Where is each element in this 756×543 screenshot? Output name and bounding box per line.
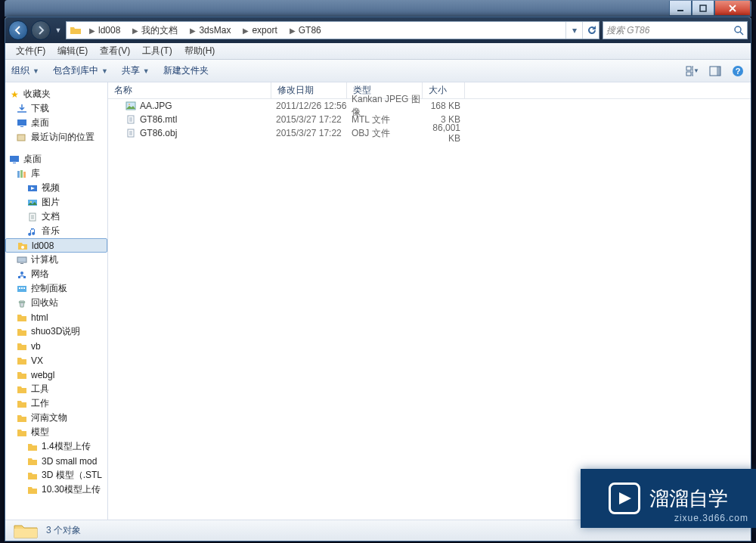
tb-new-folder[interactable]: 新建文件夹 bbox=[163, 64, 209, 77]
tree-item-模型[interactable]: 模型 bbox=[5, 425, 107, 439]
tree-music[interactable]: 音乐 bbox=[5, 224, 107, 238]
svg-rect-5 bbox=[686, 72, 691, 76]
history-dropdown[interactable]: ▼ bbox=[54, 23, 63, 38]
search-box[interactable]: 搜索 GT86 bbox=[603, 21, 748, 39]
tree-library[interactable]: 库 bbox=[5, 166, 107, 181]
tree-recent[interactable]: 最近访问的位置 bbox=[5, 130, 107, 144]
file-list[interactable]: AA.JPG2011/12/26 12:56Kankan JPEG 图像168 … bbox=[108, 99, 751, 140]
address-bar[interactable]: ▶ld008 ▶我的文档 ▶3dsMax ▶export ▶GT86 ▾ bbox=[66, 21, 600, 39]
tree-desktop[interactable]: 桌面 bbox=[5, 116, 107, 130]
document-icon bbox=[26, 212, 39, 222]
tb-organize[interactable]: 组织▼ bbox=[11, 64, 39, 77]
back-button[interactable] bbox=[8, 20, 28, 40]
folder-icon bbox=[70, 25, 82, 36]
crumb-3[interactable]: export bbox=[252, 25, 277, 36]
chevron-down-icon: ▼ bbox=[143, 67, 150, 75]
tree-item-计算机[interactable]: 计算机 bbox=[5, 253, 107, 267]
menu-edit[interactable]: 编辑(E) bbox=[51, 45, 94, 57]
search-icon[interactable] bbox=[733, 25, 744, 36]
tree-item-河南文物[interactable]: 河南文物 bbox=[5, 411, 107, 425]
tree-subitem-3D small mod[interactable]: 3D small mod bbox=[5, 454, 107, 468]
folder-icon bbox=[16, 399, 28, 409]
folder-icon bbox=[16, 327, 28, 337]
menu-tools[interactable]: 工具(T) bbox=[136, 45, 178, 57]
crumb-4[interactable]: GT86 bbox=[299, 25, 321, 36]
library-icon bbox=[16, 169, 28, 179]
refresh-button[interactable] bbox=[582, 22, 599, 39]
tree-item-shuo3D说明[interactable]: shuo3D说明 bbox=[5, 324, 107, 339]
computer-icon bbox=[16, 255, 28, 265]
preview-pane-button[interactable] bbox=[708, 64, 722, 78]
column-headers: 名称 修改日期 类型 大小 bbox=[108, 82, 751, 99]
tree-desktop-root[interactable]: 桌面 bbox=[5, 152, 107, 166]
tree-pictures[interactable]: 图片 bbox=[5, 195, 107, 209]
col-name[interactable]: 名称 bbox=[108, 82, 271, 98]
watermark: 溜溜自学 zixue.3d66.com bbox=[581, 469, 756, 528]
folder-icon bbox=[16, 370, 28, 380]
forward-button[interactable] bbox=[31, 20, 51, 40]
recycle-icon bbox=[16, 298, 28, 309]
col-size[interactable]: 大小 bbox=[423, 82, 465, 98]
file-row[interactable]: AA.JPG2011/12/26 12:56Kankan JPEG 图像168 … bbox=[108, 99, 751, 113]
folder-icon bbox=[26, 470, 39, 481]
tree-item-回收站[interactable]: 回收站 bbox=[5, 296, 107, 310]
svg-rect-14 bbox=[10, 156, 19, 162]
star-icon: ★ bbox=[8, 89, 20, 100]
tree-item-工具[interactable]: 工具 bbox=[5, 382, 107, 396]
menu-file[interactable]: 文件(F) bbox=[10, 45, 51, 57]
tree-subitem-10.30模型上传[interactable]: 10.30模型上传 bbox=[5, 482, 107, 497]
tree-documents[interactable]: 文档 bbox=[5, 209, 107, 224]
tree-item-html[interactable]: html bbox=[5, 310, 107, 324]
video-icon bbox=[26, 183, 39, 194]
tree-item-工作[interactable]: 工作 bbox=[5, 396, 107, 411]
folder-icon bbox=[16, 413, 28, 424]
tree-item-webgl[interactable]: webgl bbox=[5, 368, 107, 382]
tree-item-ld008[interactable]: ld008 bbox=[5, 238, 107, 253]
svg-rect-32 bbox=[23, 287, 25, 289]
explorer-window: ▼ ▶ld008 ▶我的文档 ▶3dsMax ▶export ▶GT86 ▾ 搜… bbox=[5, 17, 751, 541]
tree-downloads[interactable]: 下载 bbox=[5, 101, 107, 116]
svg-text:?: ? bbox=[736, 67, 741, 76]
svg-point-23 bbox=[21, 246, 24, 249]
file-date: 2015/3/27 17:22 bbox=[271, 114, 347, 125]
folder-icon bbox=[16, 341, 28, 352]
tree-subitem-1.4模型上传[interactable]: 1.4模型上传 bbox=[5, 439, 107, 454]
address-dropdown[interactable]: ▾ bbox=[565, 22, 582, 39]
menu-help[interactable]: 帮助(H) bbox=[178, 45, 222, 57]
svg-rect-17 bbox=[20, 170, 23, 178]
download-icon bbox=[16, 104, 28, 114]
tb-share[interactable]: 共享▼ bbox=[122, 64, 150, 77]
navigation-pane[interactable]: ★ 收藏夹 下载 桌面 最近访问的位置 bbox=[5, 82, 108, 520]
minimize-button[interactable] bbox=[669, 1, 692, 16]
close-button[interactable] bbox=[714, 1, 751, 16]
svg-point-26 bbox=[20, 272, 23, 275]
tree-item-vb[interactable]: vb bbox=[5, 339, 107, 353]
svg-rect-18 bbox=[23, 172, 26, 178]
view-options-button[interactable]: ▼ bbox=[686, 64, 699, 78]
tree-item-VX[interactable]: VX bbox=[5, 353, 107, 368]
crumb-0[interactable]: ld008 bbox=[98, 25, 120, 36]
svg-point-21 bbox=[30, 201, 32, 203]
window-titlebar bbox=[5, 0, 751, 17]
file-date: 2011/12/26 12:56 bbox=[271, 101, 347, 111]
tree-favorites-header[interactable]: ★ 收藏夹 bbox=[5, 87, 107, 101]
chevron-down-icon: ▼ bbox=[33, 67, 39, 75]
tree-subitem-3D 模型（.STL[interactable]: 3D 模型（.STL bbox=[5, 468, 107, 482]
tb-include-in-library[interactable]: 包含到库中▼ bbox=[53, 64, 108, 77]
help-button[interactable]: ? bbox=[731, 64, 745, 78]
col-date[interactable]: 修改日期 bbox=[271, 82, 347, 98]
svg-rect-13 bbox=[17, 135, 25, 141]
chevron-down-icon: ▼ bbox=[101, 67, 108, 75]
crumb-2[interactable]: 3dsMax bbox=[199, 25, 231, 36]
tree-video[interactable]: 视频 bbox=[5, 181, 107, 195]
maximize-button[interactable] bbox=[692, 1, 714, 16]
svg-rect-12 bbox=[20, 126, 23, 127]
file-row[interactable]: GT86.obj2015/3/27 17:22OBJ 文件86,001 KB bbox=[108, 126, 751, 140]
tree-item-控制面板[interactable]: 控制面板 bbox=[5, 281, 107, 296]
tree-item-网络[interactable]: 网络 bbox=[5, 267, 107, 281]
music-icon bbox=[26, 226, 39, 237]
file-name: AA.JPG bbox=[140, 101, 172, 111]
crumb-1[interactable]: 我的文档 bbox=[141, 24, 178, 37]
menu-view[interactable]: 查看(V) bbox=[94, 45, 136, 57]
watermark-title: 溜溜自学 bbox=[649, 486, 728, 512]
